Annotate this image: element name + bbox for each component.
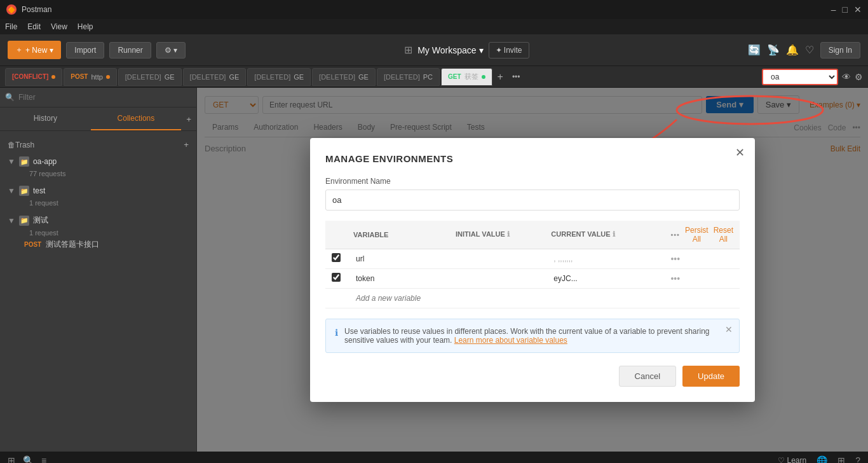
col-header-variable: VARIABLE xyxy=(347,221,449,249)
interceptor-icon[interactable]: 📡 xyxy=(767,44,780,56)
reset-all-button[interactable]: Reset All xyxy=(714,226,733,244)
tab-deleted-4[interactable]: [DELETED] GE xyxy=(312,68,376,86)
sidebar: 🔍 History Collections + 🗑 Trash + ▼ 📁 oa… xyxy=(0,88,197,452)
invite-button[interactable]: ✦ Invite xyxy=(489,42,529,59)
new-collection-button[interactable]: + xyxy=(184,140,189,149)
chevron-down-icon: ▼ xyxy=(8,186,15,195)
col-header-current: CURRENT VALUE ℹ xyxy=(545,221,664,249)
tab-deleted-pc[interactable]: [DELETED] PC xyxy=(377,68,440,86)
env-settings-icon[interactable]: ⚙ xyxy=(855,72,863,82)
request-item-anketa[interactable]: POST 测试答题卡接口 xyxy=(5,237,191,252)
maximize-button[interactable]: □ xyxy=(843,4,848,15)
learn-more-link[interactable]: Learn more about variable values xyxy=(454,336,567,345)
collection-header-test-cn[interactable]: ▼ 📁 测试 xyxy=(5,212,191,229)
window-controls: – □ ✕ xyxy=(831,4,862,15)
info-banner: ℹ Use variables to reuse values in diffe… xyxy=(325,319,740,353)
menu-file[interactable]: File xyxy=(5,22,17,31)
url-row-options[interactable]: ••• xyxy=(670,254,680,264)
collection-folder-icon: 📁 xyxy=(19,156,29,167)
search-icon[interactable]: 🔍 xyxy=(23,455,34,463)
heart-icon[interactable]: ♡ xyxy=(805,44,814,56)
table-options-button[interactable]: ••• xyxy=(670,231,680,238)
col-header-initial: INITIAL VALUE ℹ xyxy=(449,221,545,249)
status-right: ♡ Learn 🌐 ⊞ ? xyxy=(778,455,860,463)
info-text: Use variables to reuse values in differe… xyxy=(344,327,730,345)
url-initial-value[interactable] xyxy=(456,253,538,265)
filter-input[interactable] xyxy=(18,93,191,102)
toolbar: ＋ + New ▾ Import Runner ⚙ ▾ ⊞ My Workspa… xyxy=(0,34,868,66)
tab-conflict[interactable]: [CONFLICT] xyxy=(5,68,62,86)
variable-row-url: ••• xyxy=(325,249,740,268)
expand-icon[interactable]: ⊞ xyxy=(837,455,845,463)
import-button[interactable]: Import xyxy=(66,42,104,59)
update-button[interactable]: Update xyxy=(682,366,740,387)
add-variable-input[interactable] xyxy=(353,293,658,304)
token-variable-name[interactable] xyxy=(353,273,443,284)
tab-deleted-1[interactable]: [DELETED] GE xyxy=(118,68,182,86)
more-tabs-button[interactable]: ••• xyxy=(508,73,524,81)
tab-dot xyxy=(482,75,485,79)
env-dropdown[interactable]: oa xyxy=(762,69,838,85)
info-icon: ℹ xyxy=(335,328,338,338)
url-current-value[interactable] xyxy=(551,253,658,265)
sign-in-button[interactable]: Sign In xyxy=(820,42,860,59)
tab-deleted-3[interactable]: [DELETED] GE xyxy=(247,68,311,86)
learn-link[interactable]: ♡ Learn xyxy=(778,456,806,463)
collection-header-oa-app[interactable]: ▼ 📁 oa-app xyxy=(5,153,191,170)
help-icon[interactable]: ? xyxy=(855,455,860,463)
url-variable-name[interactable] xyxy=(353,253,443,265)
panel-icon[interactable]: ≡ xyxy=(41,455,46,463)
col-header-actions: ••• Persist All Reset All xyxy=(664,221,740,249)
collection-count-test-cn: 1 request xyxy=(5,229,191,237)
workspace-grid-icon: ⊞ xyxy=(404,44,412,56)
add-collection-button[interactable]: + xyxy=(181,107,196,130)
runner-button[interactable]: Runner xyxy=(109,42,151,59)
token-row-options[interactable]: ••• xyxy=(670,273,680,284)
app-icon: 🔶 xyxy=(6,4,17,15)
tab-get-active[interactable]: GET 获签 xyxy=(441,68,492,86)
chevron-down-icon: ▼ xyxy=(8,157,15,166)
menu-help[interactable]: Help xyxy=(78,22,93,31)
add-variable-row xyxy=(325,288,740,308)
url-checkbox[interactable] xyxy=(332,253,341,262)
env-name-label: Environment Name xyxy=(325,177,740,186)
add-tab-button[interactable]: + xyxy=(494,71,507,83)
token-current-value[interactable] xyxy=(551,273,658,284)
sidebar-tab-collections[interactable]: Collections xyxy=(91,107,182,130)
cancel-button[interactable]: Cancel xyxy=(619,366,676,387)
main-area: 🔍 History Collections + 🗑 Trash + ▼ 📁 oa… xyxy=(0,88,868,452)
current-value-info-icon[interactable]: ℹ xyxy=(613,230,615,238)
browser-icon[interactable]: 🌐 xyxy=(817,455,827,463)
info-banner-close[interactable]: ✕ xyxy=(725,324,733,335)
workspace-selector[interactable]: My Workspace ▾ xyxy=(417,45,483,55)
initial-value-info-icon[interactable]: ℹ xyxy=(507,230,510,238)
notifications-icon[interactable]: 🔔 xyxy=(786,44,799,56)
layout-icon[interactable]: ⊞ xyxy=(8,455,15,463)
tab-post-http[interactable]: POST http xyxy=(64,68,117,86)
toolbar-right: 🔄 📡 🔔 ♡ Sign In xyxy=(748,42,860,59)
sync-icon[interactable]: 🔄 xyxy=(748,44,761,56)
modal-close-button[interactable]: ✕ xyxy=(735,146,745,160)
persist-all-button[interactable]: Persist All xyxy=(685,226,709,244)
env-eye-icon[interactable]: 👁 xyxy=(842,72,851,82)
env-name-input[interactable] xyxy=(325,190,740,211)
trash-item[interactable]: 🗑 Trash + xyxy=(5,136,191,153)
collection-test: ▼ 📁 test 1 request xyxy=(5,183,191,207)
new-button[interactable]: ＋ + New ▾ xyxy=(8,41,61,59)
token-initial-value[interactable] xyxy=(456,273,538,284)
close-button[interactable]: ✕ xyxy=(854,4,862,15)
title-bar: 🔶 Postman – □ ✕ xyxy=(0,0,868,19)
chevron-down-icon: ▼ xyxy=(8,216,15,225)
tab-deleted-2[interactable]: [DELETED] GE xyxy=(183,68,247,86)
status-left: ⊞ 🔍 ≡ xyxy=(8,455,46,463)
minimize-button[interactable]: – xyxy=(831,4,836,15)
menu-bar: File Edit View Help xyxy=(0,19,868,34)
proxy-button[interactable]: ⚙ ▾ xyxy=(156,42,186,59)
new-icon: ＋ xyxy=(15,45,23,55)
title-bar-left: 🔶 Postman xyxy=(6,4,51,15)
sidebar-tab-history[interactable]: History xyxy=(0,107,91,130)
token-checkbox[interactable] xyxy=(332,273,341,282)
menu-view[interactable]: View xyxy=(51,22,67,31)
menu-edit[interactable]: Edit xyxy=(27,22,41,31)
collection-header-test[interactable]: ▼ 📁 test xyxy=(5,183,191,199)
